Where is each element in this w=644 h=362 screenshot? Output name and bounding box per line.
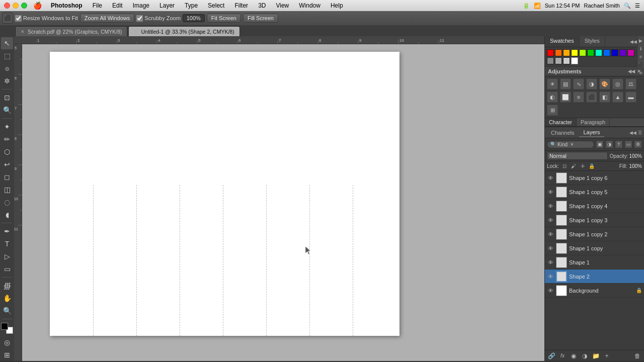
layer-visibility-shape2[interactable]: 👁 xyxy=(547,273,554,280)
menu-edit[interactable]: Edit xyxy=(108,2,127,9)
gradient-tool[interactable]: ◫ xyxy=(1,184,13,196)
minimize-button[interactable] xyxy=(13,3,19,9)
resize-windows-checkbox[interactable]: Resize Windows to Fit xyxy=(15,15,78,22)
spot-heal-tool[interactable]: ✦ xyxy=(1,121,13,133)
bw-adj-icon[interactable]: ◐ xyxy=(547,92,558,103)
eyedropper-tool[interactable]: 🔍 xyxy=(1,104,13,116)
tab-untitled-close[interactable]: ✕ xyxy=(134,29,138,34)
notification-icon[interactable]: ☰ xyxy=(635,3,640,9)
magic-wand-tool[interactable]: ✲ xyxy=(1,75,13,87)
layer-mask-btn[interactable]: ◉ xyxy=(569,351,578,360)
swatch-green[interactable] xyxy=(587,49,594,56)
tab-untitled[interactable]: ✕ Untitled-1 @ 33.3% (Shape 2, CMYK/8) xyxy=(128,26,239,36)
lasso-tool[interactable]: ⌾ xyxy=(1,62,13,74)
layer-row-shape1copy5[interactable]: 👁 Shape 1 copy 5 xyxy=(545,185,644,199)
layer-filter-smart[interactable]: ⚙ xyxy=(634,140,642,148)
apple-menu[interactable]: 🍎 xyxy=(33,2,42,10)
layer-filter-adj[interactable]: ◑ xyxy=(605,140,613,148)
history-brush-tool[interactable]: ↩ xyxy=(1,158,13,170)
shape-tool[interactable]: ▭ xyxy=(1,263,13,275)
tab-layers[interactable]: Layers xyxy=(579,128,604,137)
play-icon[interactable]: ▶ xyxy=(639,38,642,43)
crop-tool[interactable]: ⊡ xyxy=(1,92,13,104)
document-canvas[interactable] xyxy=(50,52,399,336)
swatch-purple[interactable] xyxy=(619,49,626,56)
foreground-color-swatch[interactable] xyxy=(1,323,8,330)
layer-row-shape1copy6[interactable]: 👁 Shape 1 copy 6 xyxy=(545,171,644,185)
swatch-red[interactable] xyxy=(547,49,554,56)
layer-visibility-background[interactable]: 👁 xyxy=(547,287,554,294)
search-icon[interactable]: 🔍 xyxy=(624,3,631,9)
lock-position-btn[interactable]: ✛ xyxy=(579,162,586,169)
curves-adj-icon[interactable]: ∿ xyxy=(573,78,584,89)
menu-select[interactable]: Select xyxy=(204,2,228,9)
blur-tool[interactable]: ◌ xyxy=(1,196,13,208)
tab-channels[interactable]: Channels xyxy=(547,129,578,137)
layer-row-background[interactable]: 👁 Background 🔒 xyxy=(545,284,644,298)
tab-swatches[interactable]: Swatches xyxy=(545,36,580,47)
swatch-gray[interactable] xyxy=(547,57,554,64)
quick-mask-btn[interactable]: ◎ xyxy=(1,336,13,348)
close-button[interactable] xyxy=(4,3,10,9)
clone-stamp-tool[interactable]: ⬡ xyxy=(1,146,13,158)
layer-fx-btn[interactable]: fx xyxy=(558,351,567,360)
layers-list[interactable]: 👁 Shape 1 copy 6 👁 Shape 1 copy 5 👁 Shap… xyxy=(545,171,644,350)
adj-collapse-icon[interactable]: ◀◀ xyxy=(628,69,635,74)
lock-all-btn[interactable]: 🔒 xyxy=(588,162,595,169)
lock-image-btn[interactable]: 🖌 xyxy=(570,162,577,169)
move-tool[interactable]: ↖ xyxy=(1,37,13,49)
layer-link-btn[interactable]: 🔗 xyxy=(547,351,556,360)
layer-group-btn[interactable]: 📁 xyxy=(591,351,600,360)
history-icon[interactable]: ≋ xyxy=(639,70,643,75)
menu-help[interactable]: Help xyxy=(327,2,347,9)
layer-visibility-shape1copy3[interactable]: 👁 xyxy=(547,217,554,224)
vibrance-adj-icon[interactable]: 🎨 xyxy=(599,78,610,89)
layer-filter-shape[interactable]: ▭ xyxy=(624,140,632,148)
swatch-magenta[interactable] xyxy=(627,49,634,56)
layer-new-btn[interactable]: + xyxy=(602,351,611,360)
menu-view[interactable]: View xyxy=(272,2,293,9)
brush-tool[interactable]: ✏ xyxy=(1,133,13,145)
exposure-adj-icon[interactable]: ◑ xyxy=(586,78,597,89)
swatch-light-gray[interactable] xyxy=(555,57,562,64)
window-controls[interactable] xyxy=(4,3,27,9)
dodge-tool[interactable]: ◖ xyxy=(1,209,13,221)
layer-row-shape1copy2[interactable]: 👁 Shape 1 copy 2 xyxy=(545,227,644,241)
hsl-adj-icon[interactable]: ◎ xyxy=(612,78,623,89)
swatch-orange[interactable] xyxy=(555,49,562,56)
levels-adj-icon[interactable]: ▤ xyxy=(560,78,571,89)
selective-color-adj-icon[interactable]: ⊞ xyxy=(547,105,558,116)
layer-comp-icon[interactable]: ⬛ xyxy=(638,62,643,67)
gradient-map-adj-icon[interactable]: ▬ xyxy=(625,92,636,103)
layer-row-shape2[interactable]: 👁 Shape 2 xyxy=(545,269,644,284)
tab-character[interactable]: Character xyxy=(545,118,577,126)
menu-layer[interactable]: Layer xyxy=(155,2,179,9)
eraser-tool[interactable]: ◻ xyxy=(1,171,13,183)
canvas-background[interactable] xyxy=(22,44,544,361)
canvas-scroll-area[interactable]: 5 6 7 8 9 10 11 xyxy=(14,44,544,361)
brightness-adj-icon[interactable]: ☀ xyxy=(547,78,558,89)
swatch-yellow-green[interactable] xyxy=(579,49,586,56)
menu-3d[interactable]: 3D xyxy=(254,2,270,9)
blend-mode-select[interactable]: Normal xyxy=(547,152,608,160)
layer-visibility-shape1copy5[interactable]: 👁 xyxy=(547,189,554,196)
scrubby-zoom-input[interactable] xyxy=(136,15,143,22)
layer-row-shape1copy3[interactable]: 👁 Shape 1 copy 3 xyxy=(545,213,644,227)
layer-row-shape1[interactable]: 👁 Shape 1 xyxy=(545,255,644,269)
type-tool[interactable]: T xyxy=(1,238,13,250)
layer-visibility-shape1copy4[interactable]: 👁 xyxy=(547,203,554,210)
layers-panel-menu[interactable]: ☰ xyxy=(638,130,642,135)
screen-mode-btn[interactable]: ⊞ xyxy=(1,349,13,361)
layer-visibility-shape1copy6[interactable]: 👁 xyxy=(547,174,554,182)
posterize-adj-icon[interactable]: ◧ xyxy=(599,92,610,103)
scrubby-zoom-checkbox[interactable]: Scrubby Zoom xyxy=(136,15,181,22)
layer-filter-type[interactable]: T xyxy=(615,140,623,148)
fill-control[interactable]: Fill: 100% xyxy=(619,163,642,169)
layer-delete-btn[interactable]: 🗑 xyxy=(633,351,642,360)
swatch-cyan-green[interactable] xyxy=(595,49,602,56)
swatches-collapse[interactable]: ◀◀ xyxy=(630,39,637,44)
threshold-adj-icon[interactable]: ▲ xyxy=(612,92,623,103)
swatch-amber[interactable] xyxy=(563,49,570,56)
opacity-control[interactable]: Opacity: 100% xyxy=(610,153,642,159)
marquee-tool[interactable]: ⬚ xyxy=(1,50,13,62)
